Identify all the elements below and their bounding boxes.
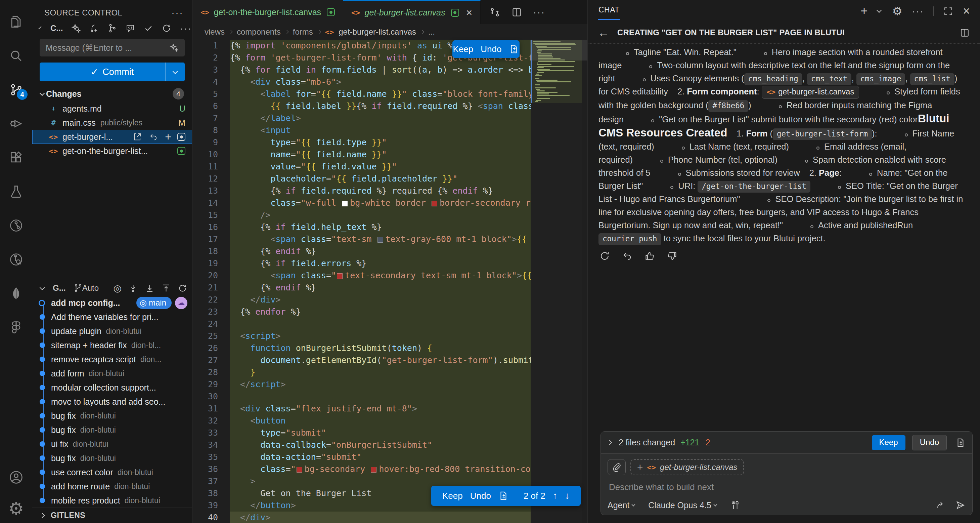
figma-icon[interactable] [0,310,32,344]
retry-icon[interactable] [599,250,610,262]
gitlens-icon[interactable] [0,208,32,242]
new-chat-dropdown-icon[interactable] [876,7,881,13]
code-line[interactable]: {% if field.help_text %} [230,221,531,233]
keep-button[interactable]: Keep [442,491,463,501]
scm-more-icon[interactable]: ··· [180,27,192,30]
code-line[interactable]: <div class="flex justify-end mt-8"> [230,403,531,415]
tab-get-on-the-burger-list[interactable]: <> get-on-the-burger-list.canvas [192,0,343,24]
graph-icon[interactable] [107,23,117,33]
commit-row[interactable]: update plugindion-blutui [32,324,192,338]
commit-row[interactable]: sitemap + header fixdion-bl... [32,338,192,352]
code-line[interactable]: <label for="{{ field.name }}" class="blo… [230,88,531,100]
commit-comment-icon[interactable] [125,23,135,33]
sparkle-icon[interactable] [71,23,81,33]
code-line[interactable]: value="{{ field.value }}" [230,161,531,173]
undo-icon[interactable] [622,250,633,262]
code-line[interactable]: document.getElementById("get-burger-list… [230,354,531,367]
chat-input-area[interactable]: + <> get-burger-list.canvas Describe wha… [601,454,972,515]
undo-button[interactable]: Undo [470,491,491,501]
code-line[interactable]: type="submit" [230,427,531,439]
code-line[interactable]: <button [230,415,531,427]
changes-header[interactable]: Changes 4 [32,86,192,102]
tab-chat[interactable]: CHAT [598,2,620,20]
push-icon[interactable] [161,283,171,293]
file-row[interactable]: <>get-burger-l...+ [32,130,192,144]
code-line[interactable]: {% if field.required %} required {% endi… [230,185,531,197]
code-line[interactable]: {{ field.label }}{% if field.required %}… [230,100,531,112]
commit-row[interactable]: add formdion-blutui [32,367,192,381]
graph-chevron-icon[interactable] [40,285,45,290]
overview-ruler[interactable] [582,40,587,523]
undo-button[interactable]: Undo [480,44,501,54]
refresh-icon[interactable] [162,23,172,33]
open-in-editor-icon[interactable] [959,27,970,38]
code-line[interactable]: } [230,367,531,378]
attach-button[interactable] [608,459,626,475]
code-line[interactable]: </div> [230,294,531,306]
diff-file-icon[interactable] [956,438,966,448]
repo-label[interactable]: C... [50,24,63,33]
files-changed-label[interactable]: 2 files changed [619,438,675,447]
mongodb-icon[interactable] [0,276,32,310]
diff-file-icon[interactable] [498,491,509,501]
open-changes-icon[interactable] [489,7,500,18]
gitlens-section-header[interactable]: GITLENS [32,507,192,523]
code-line[interactable]: <span class="text-sm text-gray-600 mt-1 … [230,233,531,246]
breadcrumb-item[interactable]: get-burger-list.canvas [339,27,416,37]
model-select[interactable]: Claude Opus 4.5 [648,501,719,510]
split-editor-icon[interactable] [511,7,522,18]
commit-row[interactable]: bug fixdion-blutui [32,409,192,423]
expand-changes-icon[interactable] [607,440,612,445]
testing-icon[interactable] [0,174,32,208]
sidebar-more-icon[interactable]: ··· [171,11,183,14]
editor-more-icon[interactable]: ··· [533,10,545,14]
target-icon[interactable]: ◎ [113,283,122,294]
code-line[interactable]: <span class="text-secondary text-sm mt-1… [230,269,531,282]
settings-icon[interactable]: ⚙ [0,494,32,523]
cloud-badge[interactable]: ☁ [175,297,188,309]
tab-get-burger-list[interactable]: <> get-burger-list.canvas × [343,0,480,24]
code-line[interactable] [230,318,531,330]
code-line[interactable] [230,391,531,403]
code-line[interactable]: placeholder="{{ field.placeholder }}" [230,173,531,185]
branch-badge[interactable]: ◎main [136,297,172,309]
code-line[interactable]: class="bg-secondary hover:bg-red-800 tra… [230,463,531,475]
thumbs-up-icon[interactable] [644,250,655,262]
commit-row[interactable]: bug fixdion-blutui [32,451,192,465]
graph-auto-label[interactable]: Auto [82,283,99,293]
source-control-icon[interactable]: 4 [0,73,32,107]
explorer-icon[interactable] [0,5,32,39]
extensions-icon[interactable] [0,140,32,174]
discard-icon[interactable] [149,132,158,142]
send-icon[interactable] [956,500,966,510]
sparkle-icon[interactable] [169,43,179,53]
code-line[interactable]: {% endif %} [230,246,531,257]
breadcrumb[interactable]: viewscomponentsforms<>get-burger-list.ca… [192,24,587,40]
agent-mode-select[interactable]: Agent [608,501,637,510]
code-line[interactable]: {% endif %} [230,282,531,294]
code-line[interactable]: {% for field in form.fields | sort((a, b… [230,64,531,76]
close-panel-icon[interactable]: × [963,4,970,18]
close-tab-icon[interactable]: × [466,6,473,19]
code-line[interactable]: data-callback="onBurgerListSubmit" [230,439,531,451]
maximize-icon[interactable] [943,6,953,16]
branch-create-icon[interactable] [89,23,99,33]
graph-label[interactable]: G... [53,283,66,293]
code-editor[interactable]: 1234567891011121314151617181920212223242… [192,40,587,523]
keep-button[interactable]: Keep [453,44,474,54]
code-line[interactable]: <div class="mb-6"> [230,76,531,88]
code-line[interactable]: </div> [230,512,531,523]
breadcrumb-item[interactable]: views [205,27,225,37]
stage-icon[interactable]: + [165,134,171,140]
code-line[interactable]: <script> [230,330,531,342]
send-later-icon[interactable] [936,500,946,510]
minimap[interactable] [531,40,582,523]
fetch-icon[interactable] [128,283,138,293]
search-icon[interactable] [0,39,32,73]
code-line[interactable]: {% endfor %} [230,306,531,318]
commit-dropdown-button[interactable] [165,62,185,81]
run-debug-icon[interactable] [0,107,32,140]
code-line[interactable]: <input [230,124,531,137]
previous-change-icon[interactable]: ↑ [553,490,557,501]
refresh-icon[interactable] [178,283,188,293]
